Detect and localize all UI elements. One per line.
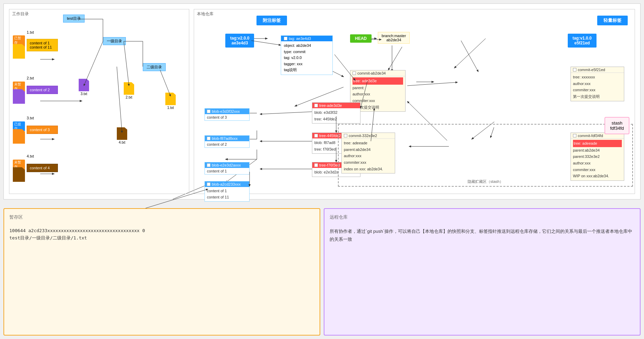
c332-commiter: commiter:xxx	[344, 159, 393, 166]
svg-line-34	[260, 112, 312, 114]
file4-area: 未暂存未跟踪 4.txt	[13, 167, 25, 182]
cfdf-commiter: commiter:xxx	[573, 167, 622, 173]
c332-tree: tree: adeeade	[344, 140, 393, 146]
tree-ade3d3e-tree: tree: 445fde2	[314, 116, 358, 122]
blob-e2e3d2a-body: content of 1	[205, 168, 249, 174]
work-dir-panel: 工作目录 test目录 一级目录 二级目录 已暂存未提交 1.txt conte…	[9, 9, 189, 194]
file3-icon	[13, 129, 25, 144]
commit-ab2de34-parent: parent:	[353, 85, 403, 91]
stash-node: stashfdf34fd	[604, 117, 629, 134]
main-container: 工作目录 test目录 一级目录 二级目录 已暂存未提交 1.txt conte…	[0, 0, 644, 339]
commit-e5f21ed-author: author:xxx	[573, 80, 622, 87]
cfdf-parent2: parent:332e3e2	[573, 153, 622, 160]
sq-icon11	[344, 134, 347, 137]
blob-a2cd233: blob-a2cd233xxx content of 1 content of …	[204, 181, 250, 202]
sq-icon	[284, 37, 287, 40]
sq-icon10	[207, 183, 210, 186]
svg-line-32	[407, 82, 458, 86]
staging-area-content: 100644 a2cd233xxxxxxxxxxxxxxxxxxxxxxxxxx…	[9, 227, 314, 242]
commit-e5f21ed: commit-e5f21ed tree: xxxxxxx author:xxx …	[571, 67, 624, 101]
bottom-section: 暂存区 100644 a2cd233xxxxxxxxxxxxxxxxxxxxxx…	[3, 208, 641, 336]
local-repo-panel: 本地仓库 附注标签 轻量标签 tag:v2.0.0ae3e4d3 tag: ae…	[194, 9, 635, 194]
commit-332e3e2-header: commit-332e3e2	[342, 133, 395, 139]
file2-icon	[13, 89, 25, 104]
tag-v2-node: tag:v2.0.0ae3e4d3	[225, 34, 254, 48]
dir-file2-icon	[124, 82, 134, 95]
tag-annot-object: object: ab2de34	[284, 43, 330, 49]
local-repo-title: 本地仓库	[197, 11, 214, 17]
sq-icon9	[207, 163, 210, 167]
tag-annot-box: tag: ae3e4d3 object: ab2de34 type: commi…	[281, 35, 333, 75]
sq-icon4	[314, 104, 318, 107]
remote-repo-panel: 远程仓库 所有协作者，通过`git push`操作，可以将自己【本地仓库】的快照…	[324, 208, 641, 336]
commit-e5f21ed-tree: tree: xxxxxxx	[573, 74, 622, 80]
c332-index: index on xxx: ab2de34.	[344, 166, 393, 172]
dir-file3-name: 3.txt	[79, 92, 89, 96]
level2-dir-folder: 二级目录	[143, 63, 166, 71]
tag-annot-body: object: ab2de34 type: commit tag: v2.0.0…	[281, 41, 332, 75]
commit-fdf34fd: commit-fdf34fd tree: adeeade parent:ab2d…	[571, 133, 624, 181]
svg-line-30	[388, 47, 402, 70]
stash-area-label: 隐藏贮藏区（stash）	[468, 179, 503, 184]
blob-a2cd233-header: blob-a2cd233xxx	[205, 181, 249, 187]
sq-icon7	[207, 110, 210, 113]
file2-area: 未暂存已跟踪 2.txt	[13, 89, 25, 104]
tag-annot-message: tag说明	[284, 67, 330, 73]
tree-ade3d3e-blob: blob: e3d3f32	[314, 109, 358, 116]
annot-tag-button[interactable]: 附注标签	[256, 16, 287, 25]
dir-file-1txt: 1.txt	[165, 93, 176, 110]
svg-line-40	[490, 127, 494, 138]
commit-332e3e2-body: tree: adeeade parent:ab2de34 author:xxx …	[342, 139, 395, 173]
dir-file-3txt: 3.txt	[79, 79, 89, 96]
commit-ab2de34-header: commit-ab2de34	[350, 70, 405, 76]
dir-file4-icon	[117, 127, 127, 140]
file2-content: content of 2	[27, 86, 58, 94]
file1-name: 1.txt	[27, 30, 34, 34]
remote-repo-content: 所有协作者，通过`git push`操作，可以将自己【本地仓库】的快照和分支、标…	[330, 227, 635, 244]
commit-ab2de34-author: author:xxx	[353, 91, 403, 98]
dir-file-2txt: 2.txt	[124, 82, 134, 99]
head-node: HEAD	[350, 34, 372, 43]
tree-ade3d3e-body: blob: e3d3f32 tree: 445fde2	[312, 108, 360, 123]
blob-e2e3d2a-header: blob-e2e3d2axxx	[205, 162, 249, 168]
tag-annot-header: tag: ae3e4d3	[281, 36, 332, 41]
commit-e5f21ed-body: tree: xxxxxxx author:xxx commiter:xxx 第一…	[571, 73, 624, 101]
file1-area: 已暂存未提交 1.txt	[13, 44, 25, 59]
sq-icon2	[353, 71, 356, 75]
light-tag-button[interactable]: 轻量标签	[597, 16, 628, 25]
file3-content: content of 3	[27, 126, 58, 134]
file4-content: content of 4	[27, 164, 58, 172]
cfdf-author: author:xxx	[573, 160, 622, 167]
sq-icon12	[573, 134, 576, 137]
blob-e3d3f32-body: content of 3	[205, 114, 249, 120]
tree-ade3d3e: tree-ade3d3e blob: e3d3f32 tree: 445fde2	[312, 102, 360, 124]
dir-file1-name: 1.txt	[165, 106, 176, 110]
level1-dir-folder: 一级目录	[103, 37, 126, 45]
sq-icon5	[314, 134, 318, 137]
top-section: 工作目录 test目录 一级目录 二级目录 已暂存未提交 1.txt conte…	[3, 3, 641, 200]
blob-e3d3f32-header: blob-e3d3f32xxx	[205, 109, 249, 114]
blob-a2cd233-body: content of 1 content of 11	[205, 187, 249, 201]
tag-annot-type: type: commit	[284, 49, 330, 55]
work-dir-title: 工作目录	[12, 11, 29, 17]
dir-file3-icon	[79, 79, 89, 91]
file3-name: 3.txt	[27, 116, 34, 120]
cfdf-tree: tree: adeeade	[573, 140, 622, 147]
cfdf-parent1: parent:ab2de34	[573, 147, 622, 154]
tag-annot-tagger: tagger: xxx	[284, 61, 330, 67]
c332-parent: parent:ab2de34	[344, 146, 393, 153]
tag-annot-tag: tag: v2.0.0	[284, 55, 330, 61]
blob-f87ad8-header: blob-f87ad8xxx	[205, 136, 249, 141]
svg-line-33	[461, 41, 478, 72]
file2-name: 2.txt	[27, 76, 34, 80]
blob-e2e3d2a: blob-e2e3d2axxx content of 1	[204, 162, 250, 175]
svg-line-27	[251, 41, 281, 45]
tag-v1-node: tag:v1.0.0e5f21ed	[568, 34, 597, 48]
branch-master-node: branch:masterab2de34	[378, 32, 410, 44]
blob-f87ad8: blob-f87ad8xxx content of 2	[204, 135, 250, 148]
blob-e3d3f32: blob-e3d3f32xxx content of 3	[204, 108, 250, 121]
sq-icon3	[573, 68, 576, 71]
commit-ab2de34-tree: tree: ade3d3e	[353, 77, 403, 85]
file3-area: 已提交 3.txt	[13, 129, 25, 144]
commit-e5f21ed-commiter: commiter:xxx	[573, 87, 622, 93]
